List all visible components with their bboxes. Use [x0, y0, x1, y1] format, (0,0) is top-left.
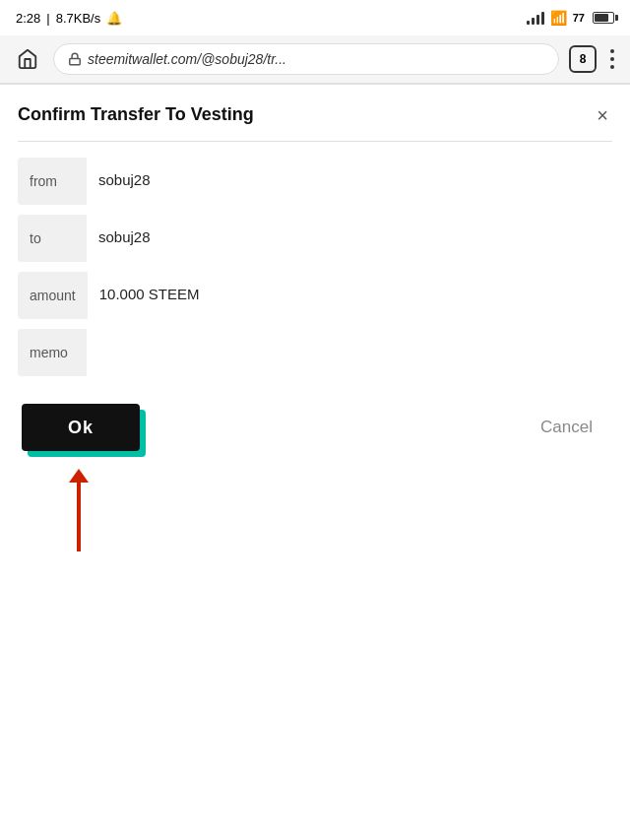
address-bar[interactable]: steemitwallet.com/@sobuj28/tr... [53, 43, 559, 75]
to-row: to sobuj28 [18, 215, 612, 262]
time: 2:28 [16, 11, 40, 26]
amount-value: 10.000 STEEM [88, 272, 612, 319]
button-row: Ok Cancel [18, 404, 612, 451]
dialog-header: Confirm Transfer To Vesting × [18, 104, 612, 125]
arrow-head [69, 469, 89, 483]
memo-label: memo [18, 331, 87, 374]
ok-button-wrapper: Ok [22, 404, 140, 451]
battery-label: 77 [573, 12, 585, 24]
wifi-icon: 📶 [550, 11, 567, 25]
status-right: 📶 77 [527, 11, 614, 25]
amount-row: amount 10.000 STEEM [18, 272, 612, 319]
status-bar: 2:28 | 8.7KB/s 🔔 📶 77 [0, 0, 630, 35]
arrow-stem [77, 483, 81, 551]
from-value: sobuj28 [87, 158, 612, 205]
dialog: Confirm Transfer To Vesting × from sobuj… [0, 84, 630, 581]
to-value: sobuj28 [87, 215, 612, 262]
battery-icon [593, 12, 614, 24]
ok-button[interactable]: Ok [22, 404, 140, 451]
mute-icon: 🔔 [106, 11, 122, 26]
from-row: from sobuj28 [18, 158, 612, 205]
signal-icon [527, 11, 544, 25]
status-left: 2:28 | 8.7KB/s 🔔 [16, 11, 122, 26]
memo-row: memo [18, 329, 612, 376]
close-button[interactable]: × [593, 105, 612, 125]
dialog-title: Confirm Transfer To Vesting [18, 104, 254, 125]
menu-button[interactable] [606, 45, 618, 73]
network-speed: | [46, 11, 49, 26]
amount-label: amount [18, 274, 88, 317]
home-button[interactable] [12, 43, 43, 75]
browser-bar: steemitwallet.com/@sobuj28/tr... 8 [0, 35, 630, 84]
cancel-button[interactable]: Cancel [525, 410, 608, 445]
arrow-annotation [18, 469, 612, 551]
memo-value[interactable] [87, 329, 612, 376]
address-text: steemitwallet.com/@sobuj28/tr... [88, 51, 286, 67]
lock-icon [68, 52, 82, 66]
arrow-up-indicator [69, 469, 89, 551]
network-speed-value: 8.7KB/s [56, 11, 101, 26]
from-label: from [18, 160, 87, 203]
divider [18, 141, 612, 142]
svg-rect-0 [70, 58, 81, 64]
tab-counter[interactable]: 8 [569, 45, 597, 73]
to-label: to [18, 217, 87, 260]
